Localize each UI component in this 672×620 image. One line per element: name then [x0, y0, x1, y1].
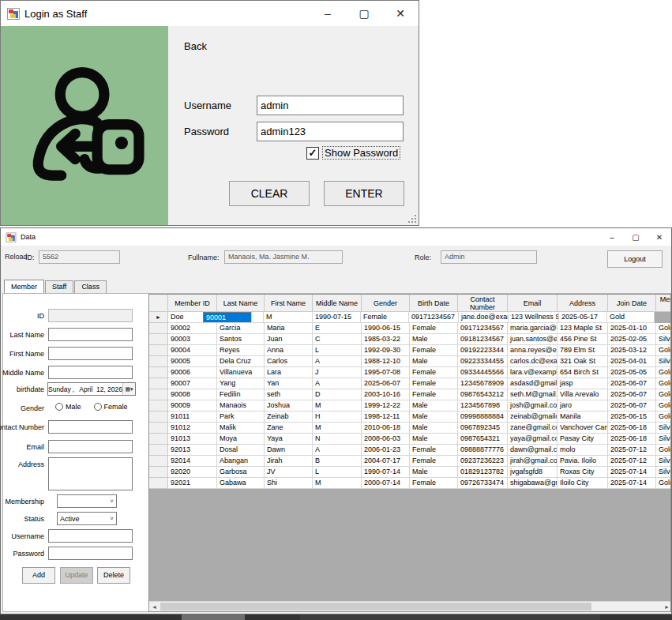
grid-row-header[interactable] — [149, 367, 168, 378]
close-icon[interactable]: ✕ — [648, 228, 671, 246]
grid-cell[interactable]: Silver — [656, 467, 671, 478]
id-value-box[interactable]: 5562 — [39, 250, 120, 264]
grid-cell[interactable]: 2025-06-18 — [608, 434, 656, 445]
form-id-input[interactable] — [48, 309, 133, 322]
grid-cell[interactable]: molo — [557, 445, 608, 456]
grid-row-header[interactable] — [149, 323, 168, 334]
grid-cell[interactable]: 90003 — [168, 334, 217, 345]
grid-cell[interactable]: Manila — [557, 411, 608, 423]
grid-corner-cell[interactable] — [149, 295, 168, 312]
grid-cell[interactable]: 91012 — [168, 423, 217, 434]
grid-cell[interactable]: 2025-06-07 — [608, 378, 656, 389]
grid-cell[interactable]: 12345678909 — [458, 378, 508, 389]
grid-cell[interactable]: Silver — [656, 356, 671, 367]
grid-cell[interactable]: jvgafsgfd8 — [508, 467, 557, 478]
grid-cell[interactable]: Gold — [656, 478, 671, 489]
grid-row-header[interactable] — [149, 356, 168, 367]
form-email-input[interactable] — [48, 440, 133, 453]
logout-button[interactable]: Logout — [607, 250, 663, 268]
grid-cell[interactable]: M — [264, 312, 313, 323]
grid-column-header[interactable]: First Name — [265, 295, 313, 312]
grid-column-header[interactable]: Last Name — [217, 295, 265, 312]
grid-column-header[interactable]: Contact Number — [458, 295, 508, 312]
update-button[interactable]: Update — [60, 567, 93, 584]
grid-cell[interactable]: 789 Elm St — [557, 345, 608, 356]
grid-cell[interactable]: 09726733474 — [458, 478, 508, 489]
grid-cell[interactable]: 01829123782 — [458, 467, 508, 478]
grid-cell[interactable]: Female — [410, 456, 458, 467]
form-middlename-input[interactable] — [48, 366, 133, 379]
password-input[interactable] — [257, 122, 404, 141]
grid-cell[interactable]: Male — [410, 400, 458, 411]
grid-cell[interactable]: Female — [410, 323, 458, 334]
grid-cell[interactable]: M — [313, 423, 362, 434]
grid-cell[interactable]: juan.santos@exa... — [508, 334, 557, 345]
grid-column-header[interactable]: Middle Name — [313, 295, 362, 312]
grid-cell[interactable]: 2025-02-05 — [608, 334, 656, 345]
taskbar-active-app[interactable] — [182, 614, 245, 620]
grid-cell[interactable]: 2025-05-05 — [608, 367, 656, 378]
form-password-input[interactable] — [48, 547, 133, 560]
grid-cell[interactable]: 123 Wellness St. — [509, 312, 559, 323]
grid-cell[interactable]: 2025-06-15 — [608, 411, 656, 423]
grid-cell[interactable]: dawn@gmail.com — [508, 445, 557, 456]
grid-cell[interactable]: 09334445566 — [458, 367, 508, 378]
grid-cell[interactable]: 654 Birch St — [557, 367, 608, 378]
grid-cell[interactable]: A — [313, 445, 362, 456]
grid-cell[interactable]: 2025-06-07 — [608, 389, 656, 400]
grid-cell[interactable]: 90006 — [168, 367, 217, 378]
male-label[interactable]: Male — [66, 403, 81, 411]
female-radio[interactable] — [94, 403, 102, 411]
form-contact-input[interactable] — [48, 420, 133, 434]
grid-cell[interactable]: Female — [410, 345, 458, 356]
grid-cell[interactable]: 90007 — [168, 378, 217, 389]
tab-member[interactable]: Member — [4, 280, 44, 293]
grid-cell[interactable]: 91013 — [168, 434, 217, 445]
grid-cell[interactable]: 90009 — [168, 400, 217, 411]
grid-cell[interactable]: 2025-03-12 — [608, 345, 656, 356]
grid-cell[interactable]: Pavia. Iloilo — [557, 456, 608, 467]
scrollbar-thumb[interactable] — [160, 603, 591, 611]
grid-cell[interactable]: 2008-06-03 — [362, 434, 410, 445]
grid-cell[interactable]: 92014 — [168, 456, 217, 467]
status-select[interactable]: Active ˅ — [57, 512, 117, 525]
grid-cell[interactable]: 2025-06-07 — [608, 400, 656, 411]
grid-cell[interactable]: Female — [410, 389, 458, 400]
grid-cell[interactable]: Female — [410, 478, 458, 489]
scroll-right-icon[interactable]: ► — [662, 602, 671, 611]
grid-cell[interactable]: J — [313, 367, 362, 378]
grid-cell[interactable]: Gold — [656, 400, 671, 411]
grid-cell[interactable]: 90001 — [203, 312, 252, 323]
grid-cell[interactable]: L — [313, 467, 362, 478]
grid-cell[interactable]: 456 Pine St — [557, 334, 608, 345]
grid-cell[interactable]: Vanchover Canada — [557, 423, 608, 434]
grid-cell[interactable]: Moya — [217, 434, 265, 445]
grid-cell[interactable]: M — [313, 400, 362, 411]
grid-cell[interactable]: shigabawa@gma... — [508, 478, 557, 489]
grid-cell[interactable]: Garcia — [217, 323, 265, 334]
grid-cell[interactable]: Gold — [656, 445, 671, 456]
grid-cell[interactable]: 1995-07-08 — [362, 367, 410, 378]
grid-cell[interactable]: 2025-07-12 — [608, 456, 656, 467]
grid-cell[interactable]: Female — [410, 378, 458, 389]
grid-cell[interactable]: M — [313, 478, 362, 489]
grid-cell[interactable]: lara.v@example... — [508, 367, 557, 378]
grid-row-header[interactable] — [149, 389, 168, 400]
grid-row-header[interactable] — [149, 378, 168, 389]
grid-cell[interactable]: L — [313, 345, 362, 356]
grid-cell[interactable]: 92020 — [168, 467, 217, 478]
grid-row-header[interactable] — [149, 467, 168, 478]
close-icon[interactable]: ✕ — [382, 1, 419, 26]
grid-cell[interactable]: Iloilo City — [557, 478, 608, 489]
grid-cell[interactable]: Dela Cruz — [217, 356, 265, 367]
grid-cell[interactable]: maria.garcia@ex... — [508, 323, 557, 334]
grid-cell[interactable]: Female — [410, 367, 458, 378]
resize-grip[interactable] — [407, 214, 416, 223]
maximize-icon[interactable]: ▢ — [624, 228, 648, 246]
show-password-label[interactable]: Show Password — [322, 146, 400, 160]
grid-column-header[interactable]: Birth Date — [410, 295, 458, 312]
fullname-value-box[interactable]: Manaois, Ma. Jasmine M. — [224, 250, 343, 264]
show-password-checkbox[interactable]: ✓ — [306, 147, 319, 160]
tab-class[interactable]: Class — [74, 280, 107, 294]
grid-cell[interactable]: Silver — [656, 423, 671, 434]
